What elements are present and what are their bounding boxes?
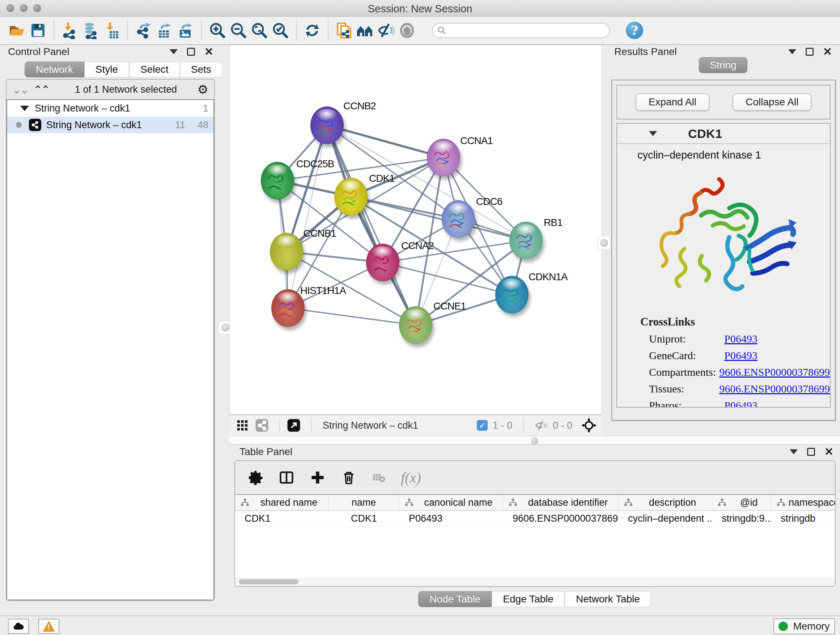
network-node-CCNB1[interactable]	[270, 233, 303, 271]
table-float-icon[interactable]	[790, 449, 798, 454]
expand-all-button[interactable]: Expand All	[636, 93, 709, 111]
fit-content-icon[interactable]	[249, 20, 270, 41]
birdseye-grid-icon[interactable]	[234, 417, 250, 433]
results-close-icon[interactable]: ✕	[823, 46, 832, 57]
collection-expand-icon[interactable]	[20, 106, 29, 111]
column-header[interactable]: @id	[712, 495, 771, 510]
node-gloss-highlight	[432, 141, 454, 153]
control-panel-title: Control Panel	[8, 46, 69, 57]
collapse-all-networks-icon[interactable]: ⌄⌄	[12, 83, 27, 96]
column-header[interactable]: canonical name	[399, 495, 503, 510]
results-float-icon[interactable]	[788, 49, 796, 54]
table-close-icon[interactable]: ✕	[824, 447, 834, 457]
tab-string[interactable]: String	[699, 57, 747, 73]
network-edges[interactable]	[230, 45, 602, 415]
import-network-database-icon[interactable]	[80, 20, 101, 41]
tab-network-table[interactable]: Network Table	[565, 591, 651, 607]
delete-table-icon	[372, 470, 386, 485]
column-header[interactable]: shared name	[235, 495, 328, 510]
cdk1-collapse-icon[interactable]	[649, 131, 657, 136]
crosslink-row: GeneCard:P06493	[640, 347, 830, 364]
panel-close-icon[interactable]: ✕	[204, 46, 213, 57]
collapse-all-button[interactable]: Collapse All	[733, 93, 812, 111]
right-splitter[interactable]	[602, 45, 606, 435]
network-node-RB1[interactable]	[509, 222, 543, 259]
tab-sets[interactable]: Sets	[180, 62, 223, 78]
panel-maximize-icon[interactable]	[187, 48, 195, 56]
help-icon[interactable]: ?	[626, 22, 643, 39]
search-input[interactable]	[447, 25, 598, 36]
table-panel: Table Panel ✕ f(x) shared namenamecanoni…	[229, 445, 840, 616]
network-node-CCNA2[interactable]	[366, 244, 399, 281]
network-node-CDKN1A[interactable]	[495, 276, 529, 314]
network-node-label: CDC25B	[296, 158, 334, 170]
delete-column-icon[interactable]	[341, 470, 357, 486]
clone-network-icon[interactable]	[333, 20, 355, 41]
network-node-CCNE1[interactable]	[399, 306, 432, 344]
warnings-button[interactable]	[38, 619, 59, 634]
open-in-window-icon[interactable]	[286, 417, 302, 433]
network-row-selected[interactable]: String Network – cdk1 11 48	[7, 117, 213, 133]
crosslink-link[interactable]: 9606.ENSP00000378699	[719, 383, 830, 395]
column-header[interactable]: description	[619, 495, 712, 510]
import-table-file-icon[interactable]	[101, 20, 122, 41]
expand-all-networks-icon[interactable]: ⌃⌃	[33, 83, 49, 96]
horizontal-splitter-handle[interactable]	[531, 437, 538, 445]
panel-float-icon[interactable]	[170, 49, 178, 54]
network-canvas[interactable]: CCNB2CCNA1CDC25BCDK1CDC6RB1CCNB1CCNA2CDK…	[229, 45, 602, 415]
selected-checkbox-icon[interactable]: ✓	[477, 420, 488, 431]
export-image-icon[interactable]	[175, 20, 196, 41]
export-network-icon[interactable]	[133, 20, 154, 41]
open-session-icon[interactable]	[6, 20, 27, 41]
refresh-view-icon[interactable]	[302, 20, 323, 41]
hide-selected-icon[interactable]	[376, 20, 396, 41]
add-column-icon[interactable]	[309, 470, 325, 486]
table-horizontal-scrollbar[interactable]	[235, 578, 835, 586]
tab-edge-table[interactable]: Edge Table	[492, 591, 565, 607]
network-node-CDC6[interactable]	[442, 200, 475, 238]
network-collection-row[interactable]: String Network – cdk1 1	[7, 100, 213, 117]
table-cell: 9606.ENSP00000378699	[503, 511, 619, 526]
first-neighbors-icon[interactable]	[355, 20, 376, 41]
crosslink-link[interactable]: P06493	[724, 399, 758, 407]
show-columns-icon[interactable]	[279, 470, 294, 486]
cdk1-section-header[interactable]: CDK1	[617, 124, 830, 144]
column-header[interactable]: database identifier	[503, 495, 619, 510]
zoom-out-icon[interactable]	[228, 20, 249, 41]
table-maximize-icon[interactable]	[807, 448, 815, 456]
network-node-CDK1[interactable]	[334, 178, 368, 215]
network-node-CCNA1[interactable]	[427, 139, 460, 176]
crosslink-link[interactable]: P06493	[724, 349, 758, 362]
table-row[interactable]: CDK1CDK1P064939606.ENSP00000378699cyclin…	[235, 511, 835, 527]
zoom-in-icon[interactable]	[207, 20, 228, 41]
crosslink-link[interactable]: P06493	[724, 333, 758, 345]
tab-network[interactable]: Network	[25, 62, 84, 78]
column-header[interactable]: namespace	[771, 495, 836, 510]
tab-select[interactable]: Select	[129, 62, 180, 78]
hidden-eye-icon	[535, 419, 548, 432]
network-node-label: CCNB2	[343, 100, 376, 112]
crosslink-link[interactable]: 9606.ENSP00000378699	[719, 366, 830, 378]
network-node-CDC25B[interactable]	[261, 162, 294, 200]
table-toolbar: f(x)	[235, 461, 835, 494]
cloud-button[interactable]	[8, 619, 29, 634]
network-share-icon[interactable]	[254, 417, 270, 433]
tab-style[interactable]: Style	[84, 62, 129, 78]
scrollbar-thumb[interactable]	[239, 579, 298, 584]
import-network-file-icon[interactable]	[59, 20, 80, 41]
table-options-gear-icon[interactable]	[248, 470, 264, 486]
network-options-gear-icon[interactable]: ⚙	[197, 82, 208, 97]
show-all-icon[interactable]	[396, 20, 417, 41]
export-table-icon[interactable]	[154, 20, 175, 41]
save-session-icon[interactable]	[27, 20, 49, 41]
network-node-HIST1H1A[interactable]	[271, 289, 305, 327]
results-maximize-icon[interactable]	[806, 48, 813, 56]
left-splitter[interactable]	[221, 45, 229, 616]
memory-button[interactable]: Memory	[774, 618, 835, 634]
column-header[interactable]: name	[328, 495, 399, 510]
fit-selected-crosshair-icon[interactable]	[581, 417, 597, 433]
horizontal-splitter[interactable]	[229, 435, 840, 445]
zoom-selected-icon[interactable]	[270, 20, 291, 41]
tab-node-table[interactable]: Node Table	[418, 591, 492, 607]
network-node-CCNB2[interactable]	[310, 106, 344, 144]
